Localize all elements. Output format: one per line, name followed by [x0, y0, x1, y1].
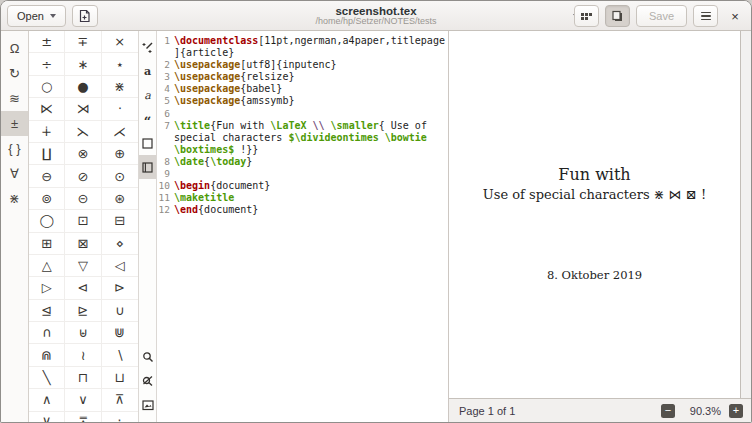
- open-button[interactable]: Open: [7, 5, 66, 27]
- symbol-cell[interactable]: ⊘: [65, 165, 101, 187]
- symbol-category-arrows[interactable]: ↻: [1, 61, 28, 86]
- symbol-cell[interactable]: ⊝: [65, 188, 101, 210]
- italic-button[interactable]: a: [139, 83, 156, 107]
- frame-button[interactable]: [139, 131, 156, 155]
- symbol-cell[interactable]: ⊞: [29, 233, 65, 255]
- code-line[interactable]: special characters $\divideontimes \bowt…: [157, 132, 448, 144]
- bold-button[interactable]: a: [139, 59, 156, 83]
- code-line[interactable]: 10\begin{document}: [157, 180, 448, 192]
- preview-statusbar: Page 1 of 1 − 90.3% +: [449, 398, 751, 423]
- hamburger-menu-button[interactable]: [693, 5, 718, 27]
- symbol-cell[interactable]: ⋉: [29, 98, 65, 120]
- zoom-level[interactable]: 90.3%: [675, 405, 721, 417]
- symbol-cell[interactable]: ⊳: [102, 277, 138, 299]
- symbol-cell[interactable]: ⊲: [65, 277, 101, 299]
- code-line[interactable]: \boxtimes$ !}}: [157, 144, 448, 156]
- symbol-cell[interactable]: ⊴: [29, 300, 65, 322]
- symbol-cell[interactable]: ≀: [65, 344, 101, 366]
- symbol-cell[interactable]: ◯: [29, 210, 65, 232]
- symbol-cell[interactable]: ∩: [29, 322, 65, 344]
- symbol-category-misc-math[interactable]: ∀: [1, 161, 28, 186]
- symbol-category-greek-letters[interactable]: Ω: [1, 36, 28, 61]
- symbol-cell[interactable]: ∐: [29, 143, 65, 165]
- document-title-block[interactable]: screenshot.tex /home/hp/Setzer/NOTES/tes…: [315, 4, 436, 27]
- page-layout-button[interactable]: [139, 155, 156, 179]
- symbol-category-sidebar: Ω↻≋±{ }∀⋇: [1, 31, 29, 423]
- symbol-cell[interactable]: ∓: [65, 31, 101, 53]
- symbol-cell[interactable]: ⊠: [65, 233, 101, 255]
- symbol-cell[interactable]: ╲: [29, 367, 65, 389]
- code-line[interactable]: 9: [157, 168, 448, 180]
- wizard-button[interactable]: [139, 35, 156, 59]
- quotes-button[interactable]: “: [139, 107, 156, 131]
- code-line[interactable]: 2\usepackage[utf8]{inputenc}: [157, 59, 448, 71]
- symbol-cell[interactable]: ⊚: [29, 188, 65, 210]
- symbol-cell[interactable]: ⋓: [102, 322, 138, 344]
- symbol-cell[interactable]: ▽: [65, 255, 101, 277]
- symbol-cell[interactable]: ○: [29, 76, 65, 98]
- code-line[interactable]: 7\title{Fun with \LaTeX \\ \smaller{ Use…: [157, 120, 448, 132]
- preview-panel-toggle-button[interactable]: [605, 5, 630, 27]
- zoom-out-button[interactable]: −: [661, 404, 675, 418]
- symbol-cell[interactable]: ⊙: [102, 165, 138, 187]
- symbol-category-misc-text[interactable]: ⋇: [1, 186, 28, 211]
- symbol-cell[interactable]: ⋋: [65, 121, 101, 143]
- symbol-cell[interactable]: ⊡: [65, 210, 101, 232]
- symbol-cell[interactable]: ∪: [102, 300, 138, 322]
- symbol-cell[interactable]: ⋄: [102, 233, 138, 255]
- symbol-cell[interactable]: ⊟: [102, 210, 138, 232]
- symbol-cell[interactable]: ⊖: [29, 165, 65, 187]
- code-line[interactable]: 6: [157, 108, 448, 120]
- symbol-cell[interactable]: ∸: [102, 412, 138, 423]
- window-close-button[interactable]: ×: [724, 9, 746, 24]
- pdf-viewport[interactable]: Fun with Use of special characters ⋇ ⋈ ⊠…: [449, 31, 751, 398]
- zoom-in-button[interactable]: +: [729, 404, 743, 418]
- search-button[interactable]: [139, 345, 156, 369]
- symbols-panel-toggle-button[interactable]: [574, 5, 599, 27]
- symbol-cell[interactable]: ∨: [65, 389, 101, 411]
- code-line[interactable]: ]{article}: [157, 47, 448, 59]
- symbol-cell[interactable]: ⩞: [65, 412, 101, 423]
- new-document-button[interactable]: [72, 5, 98, 27]
- symbol-cell[interactable]: ⋆: [102, 53, 138, 75]
- symbol-category-relations[interactable]: ≋: [1, 86, 28, 111]
- symbol-cell[interactable]: ⊗: [65, 143, 101, 165]
- code-line[interactable]: 8\date{\today}: [157, 156, 448, 168]
- symbol-cell[interactable]: ∔: [29, 121, 65, 143]
- symbol-cell[interactable]: ●: [65, 76, 101, 98]
- symbol-cell[interactable]: ⊼: [102, 389, 138, 411]
- symbol-cell[interactable]: ∗: [65, 53, 101, 75]
- symbol-cell[interactable]: ▷: [29, 277, 65, 299]
- symbol-cell[interactable]: ∧: [29, 389, 65, 411]
- symbol-cell[interactable]: ⊓: [65, 367, 101, 389]
- symbol-cell[interactable]: ∖: [102, 344, 138, 366]
- search-replace-button[interactable]: [139, 369, 156, 393]
- code-line[interactable]: 12\end{document}: [157, 204, 448, 216]
- symbol-cell[interactable]: ⊛: [102, 188, 138, 210]
- symbol-cell[interactable]: ⋌: [102, 121, 138, 143]
- symbol-cell[interactable]: ÷: [29, 53, 65, 75]
- save-button[interactable]: Save: [636, 5, 687, 27]
- symbol-cell[interactable]: ⋒: [29, 344, 65, 366]
- code-line[interactable]: 4\usepackage{babel}: [157, 83, 448, 95]
- code-line[interactable]: 11\maketitle: [157, 192, 448, 204]
- symbol-cell[interactable]: ⋇: [102, 76, 138, 98]
- source-editor[interactable]: 1\documentclass[11pt,ngerman,a4paper,tit…: [157, 31, 448, 423]
- code-line[interactable]: 3\usepackage{relsize}: [157, 71, 448, 83]
- symbol-cell[interactable]: ⋅: [102, 98, 138, 120]
- symbol-cell[interactable]: ⊔: [102, 367, 138, 389]
- symbol-cell[interactable]: ⊎: [65, 322, 101, 344]
- symbol-category-operators[interactable]: ±: [1, 111, 28, 136]
- symbol-cell[interactable]: ⊵: [65, 300, 101, 322]
- symbol-cell[interactable]: ⊕: [102, 143, 138, 165]
- image-button[interactable]: [139, 393, 156, 417]
- symbol-cell[interactable]: ×: [102, 31, 138, 53]
- symbol-cell[interactable]: △: [29, 255, 65, 277]
- symbol-cell[interactable]: ⋊: [65, 98, 101, 120]
- symbol-cell[interactable]: ±: [29, 31, 65, 53]
- code-line[interactable]: 1\documentclass[11pt,ngerman,a4paper,tit…: [157, 35, 448, 47]
- symbol-cell[interactable]: ⊻: [29, 412, 65, 423]
- symbol-cell[interactable]: ◁: [102, 255, 138, 277]
- symbol-category-delimiters[interactable]: { }: [1, 136, 28, 161]
- code-line[interactable]: 5\usepackage{amssymb}: [157, 95, 448, 107]
